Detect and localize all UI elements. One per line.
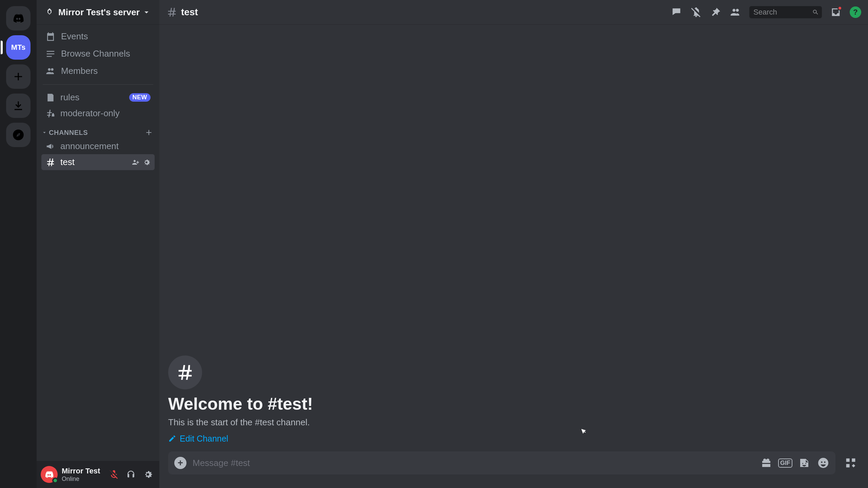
edit-channel-link[interactable]: Edit Channel (168, 434, 228, 444)
hash-lock-icon (45, 108, 56, 119)
divider (43, 84, 153, 85)
chevron-down-icon (142, 7, 151, 17)
server-initials[interactable]: MTs (6, 35, 31, 60)
channel-announcement[interactable]: announcement (41, 138, 155, 154)
user-settings-button[interactable] (140, 467, 155, 482)
mute-button[interactable] (106, 467, 121, 482)
discord-icon (44, 469, 54, 480)
message-input[interactable] (193, 458, 760, 468)
selection-indicator (1, 41, 3, 54)
sticker-button[interactable] (798, 457, 810, 469)
plus-icon (12, 70, 25, 83)
server-header[interactable]: Mirror Test's server (37, 0, 159, 24)
gear-icon[interactable] (142, 158, 151, 166)
mic-mute-icon (109, 469, 119, 480)
gif-icon: GIF (778, 459, 792, 468)
edit-channel-label: Edit Channel (180, 434, 228, 444)
bell-mute-icon (690, 6, 702, 18)
add-server-button[interactable] (6, 64, 31, 89)
category-channels[interactable]: CHANNELS (41, 121, 155, 138)
chat-body[interactable]: Welcome to #test! This is the start of t… (159, 24, 868, 451)
browse-icon (45, 49, 56, 59)
notifications-button[interactable] (690, 6, 702, 18)
attach-button[interactable]: + (174, 457, 186, 469)
user-panel: Mirror Test Online (37, 461, 159, 488)
channel-title: test (181, 7, 198, 18)
channel-test[interactable]: test (41, 154, 155, 170)
pinned-messages-button[interactable] (710, 6, 722, 18)
status-online-icon (52, 477, 58, 484)
composer-area: + GIF (159, 451, 868, 488)
user-info[interactable]: Mirror Test Online (62, 467, 106, 483)
chat-header: test ? (159, 0, 868, 24)
deafen-button[interactable] (123, 467, 138, 482)
channel-label: announcement (60, 141, 119, 151)
download-apps-button[interactable] (6, 94, 31, 118)
welcome-hash-icon (168, 355, 202, 389)
category-label: CHANNELS (49, 129, 88, 137)
user-status: Online (62, 475, 106, 483)
headset-icon (126, 469, 136, 480)
download-icon (12, 99, 25, 112)
emoji-button[interactable] (817, 457, 829, 469)
nav-members[interactable]: Members (41, 62, 155, 80)
new-badge: NEW (129, 93, 151, 102)
unread-indicator (837, 6, 842, 11)
main-content: test ? Welcome to #t (159, 0, 868, 488)
composer[interactable]: + GIF (168, 451, 835, 474)
apps-icon (844, 456, 857, 470)
nav-label: Events (61, 31, 88, 42)
gift-button[interactable] (760, 457, 772, 469)
direct-messages-button[interactable] (6, 6, 31, 30)
channel-label: test (60, 157, 75, 167)
megaphone-icon (45, 141, 56, 151)
search[interactable] (749, 6, 822, 18)
server-name: Mirror Test's server (58, 7, 140, 18)
nav-events[interactable]: Events (41, 28, 155, 45)
chevron-down-icon (41, 129, 47, 136)
gear-icon (143, 469, 153, 480)
pin-icon (710, 6, 722, 18)
channel-label: rules (60, 92, 79, 103)
calendar-icon (45, 32, 56, 42)
boost-icon (45, 7, 54, 17)
search-input[interactable] (749, 6, 822, 18)
help-button[interactable]: ? (850, 6, 861, 18)
welcome-subtitle: This is the start of the #test channel. (168, 417, 859, 428)
nav-label: Browse Channels (61, 48, 130, 59)
channel-sidebar: Mirror Test's server Events Browse Chann… (37, 0, 159, 488)
members-icon (45, 66, 56, 76)
active-server-button[interactable]: MTs (6, 35, 31, 60)
gif-button[interactable]: GIF (779, 457, 791, 469)
nav-browse-channels[interactable]: Browse Channels (41, 45, 155, 62)
search-icon (812, 8, 819, 16)
inbox-button[interactable] (830, 6, 842, 18)
threads-icon (671, 6, 682, 18)
welcome-title: Welcome to #test! (168, 394, 859, 414)
members-icon (730, 6, 741, 18)
guild-rail: MTs (0, 0, 37, 488)
hash-icon (45, 157, 56, 167)
apps-button[interactable] (842, 454, 859, 471)
channel-label: moderator-only (60, 108, 120, 119)
welcome-block: Welcome to #test! This is the start of t… (168, 355, 859, 444)
sticker-icon (798, 457, 810, 469)
threads-button[interactable] (671, 6, 682, 18)
channel-rules[interactable]: rules NEW (41, 89, 155, 105)
avatar[interactable] (41, 466, 58, 483)
create-channel-button[interactable] (144, 128, 153, 137)
channel-list[interactable]: Events Browse Channels Members rules NEW… (37, 24, 159, 461)
hash-icon (166, 6, 178, 18)
compass-icon (12, 128, 25, 141)
rules-icon (45, 93, 56, 103)
nav-label: Members (61, 66, 98, 76)
user-display-name: Mirror Test (62, 467, 106, 475)
emoji-icon (817, 457, 829, 469)
pencil-icon (168, 434, 176, 443)
invite-icon[interactable] (132, 158, 140, 166)
explore-servers-button[interactable] (6, 123, 31, 147)
member-list-button[interactable] (730, 6, 741, 18)
gift-icon (760, 457, 772, 469)
channel-moderator-only[interactable]: moderator-only (41, 105, 155, 121)
